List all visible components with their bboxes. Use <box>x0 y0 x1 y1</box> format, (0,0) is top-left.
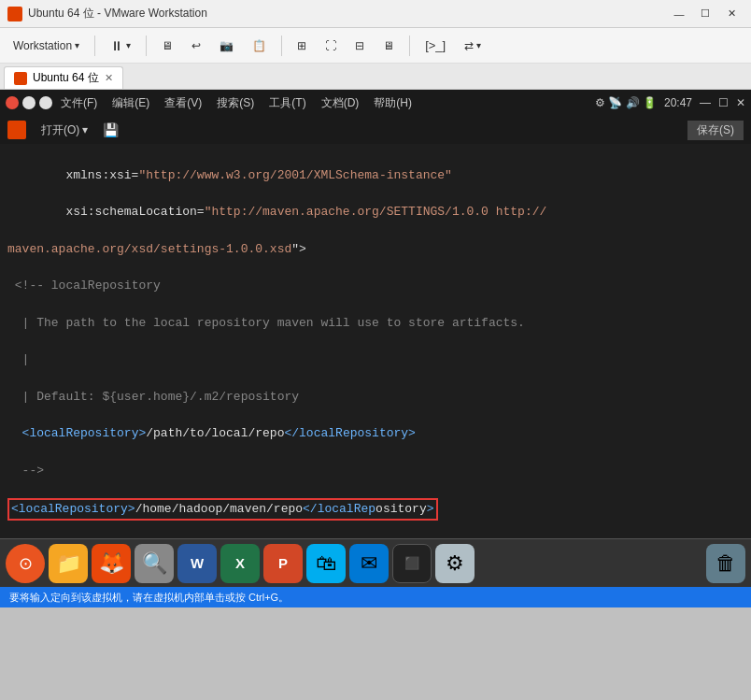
tab-close-button[interactable]: ✕ <box>105 72 113 84</box>
unity-button[interactable]: ⊟ <box>347 33 372 59</box>
remote-dropdown: ▾ <box>476 40 481 50</box>
guest-menu-help[interactable]: 帮助(H) <box>367 93 418 113</box>
console-button[interactable]: [>_] <box>418 33 453 59</box>
close-button[interactable]: ✕ <box>719 5 744 23</box>
editor-line-4: <!-- localRepository <box>7 277 744 295</box>
minimize-button[interactable]: — <box>667 5 691 23</box>
file-bar-icon <box>7 121 26 139</box>
editor-line-11: <!-- interactiveMode <box>7 536 744 539</box>
editor-line-5: | The path to the local repository maven… <box>7 314 744 333</box>
guest-area: 文件(F) 编辑(E) 查看(V) 搜索(S) 工具(T) 文档(D) 帮助(H… <box>0 90 751 538</box>
firefox-icon: 🦊 <box>99 551 124 576</box>
code-editor[interactable]: xmlns:xsi="http://www.w3.org/2001/XMLSch… <box>0 144 751 538</box>
tab-label: Ubuntu 64 位 <box>33 70 99 86</box>
save-label: 保存(S) <box>697 123 734 136</box>
window-title: Ubuntu 64 位 - VMware Workstation <box>28 6 667 21</box>
keyboard-icon: 🖥 <box>162 39 173 52</box>
snapshot-button[interactable]: 📷 <box>212 33 241 59</box>
word-icon: W <box>191 555 204 571</box>
editor-line-3: maven.apache.org/xsd/settings-1.0.0.xsd"… <box>7 240 744 259</box>
send-ctrl-alt-del-button[interactable]: 🖥 <box>154 33 180 59</box>
open-button[interactable]: 打开(O) ▾ <box>35 121 93 140</box>
remote-button[interactable]: ⇄ ▾ <box>457 33 489 59</box>
tab-vm-icon <box>14 72 27 85</box>
unity-icon: ⊟ <box>355 39 364 52</box>
tab-bar: Ubuntu 64 位 ✕ <box>0 64 751 90</box>
multimon-button[interactable]: 🖥 <box>376 33 402 59</box>
revert-button[interactable]: ↩ <box>184 33 208 59</box>
bottom-bar-text: 要将输入定向到该虚拟机，请在虚拟机内部单击或按 Ctrl+G。 <box>9 591 289 605</box>
workstation-menu[interactable]: Workstation ▾ <box>6 33 87 59</box>
vmware-icon <box>7 7 22 21</box>
taskbar-excel[interactable]: X <box>220 544 260 583</box>
pause-dropdown: ▾ <box>126 40 131 50</box>
guest-win-min[interactable]: — <box>700 96 711 109</box>
vm-tab[interactable]: Ubuntu 64 位 ✕ <box>4 66 123 89</box>
files-icon: 📁 <box>56 551 81 576</box>
guest-menu-view[interactable]: 查看(V) <box>158 93 208 113</box>
guest-menu-edit[interactable]: 编辑(E) <box>106 93 156 113</box>
editor-line-2: xsi:schemaLocation="http://maven.apache.… <box>7 203 744 221</box>
fullscreen-button[interactable]: ⛶ <box>318 33 344 59</box>
snapshot-list-icon: 📋 <box>252 39 266 52</box>
taskbar-search[interactable]: 🔍 <box>135 544 174 583</box>
guest-minimize-button[interactable] <box>22 96 35 109</box>
taskbar-store[interactable]: 🛍 <box>306 544 346 583</box>
fullscreen-icon: ⛶ <box>325 39 336 52</box>
maximize-button[interactable]: ☐ <box>693 5 717 23</box>
ubuntu-icon: ⊙ <box>19 553 33 574</box>
pause-button[interactable]: ⏸ ▾ <box>103 33 138 59</box>
trash-icon: 🗑 <box>716 551 736 576</box>
save-button[interactable]: 保存(S) <box>687 121 744 140</box>
guest-menu-docs[interactable]: 文档(D) <box>315 93 366 113</box>
highlighted-localrepository: <localRepository>/home/hadoop/maven/repo… <box>7 498 438 521</box>
title-bar: Ubuntu 64 位 - VMware Workstation — ☐ ✕ <box>0 0 751 28</box>
guest-close-button[interactable] <box>6 96 19 109</box>
editor-line-7: | Default: ${user.home}/.m2/repository <box>7 388 744 407</box>
snapshot-icon: 📷 <box>220 39 234 52</box>
editor-wrapper[interactable]: xmlns:xsi="http://www.w3.org/2001/XMLSch… <box>0 144 751 538</box>
console-icon: [>_] <box>425 38 446 52</box>
editor-line-1: xmlns:xsi="http://www.w3.org/2001/XMLSch… <box>7 166 744 185</box>
taskbar-word[interactable]: W <box>177 544 217 583</box>
revert-icon: ↩ <box>191 39 201 52</box>
guest-menu-file[interactable]: 文件(F) <box>54 93 104 113</box>
powerpoint-icon: P <box>278 555 288 571</box>
view-button[interactable]: ⊞ <box>290 33 314 59</box>
taskbar-ppt[interactable]: P <box>263 544 303 583</box>
toolbar-sep-4 <box>409 36 410 56</box>
guest-menu-search[interactable]: 搜索(S) <box>210 93 261 113</box>
taskbar-mail[interactable]: ✉ <box>349 544 389 583</box>
guest-win-close[interactable]: ✕ <box>736 96 745 109</box>
editor-line-8: <localRepository>/path/to/local/repo</lo… <box>7 424 744 443</box>
terminal-icon: ⬛ <box>404 556 419 570</box>
taskbar-firefox[interactable]: 🦊 <box>92 544 131 583</box>
store-icon: 🛍 <box>316 551 336 576</box>
taskbar-trash[interactable]: 🗑 <box>706 544 745 583</box>
settings-icon: ⚙ <box>446 551 464 576</box>
guest-win-max[interactable]: ☐ <box>718 96 729 109</box>
guest-menu-tools[interactable]: 工具(T) <box>262 93 312 113</box>
mail-icon: ✉ <box>361 551 377 576</box>
toolbar: Workstation ▾ ⏸ ▾ 🖥 ↩ 📷 📋 ⊞ ⛶ ⊟ 🖥 [>_] ⇄… <box>0 28 751 64</box>
toolbar-sep-2 <box>146 36 147 56</box>
multimon-icon: 🖥 <box>383 39 394 52</box>
guest-time: 20:47 <box>664 96 692 109</box>
file-bar: 打开(O) ▾ 💾 保存(S) <box>0 116 751 144</box>
pause-icon: ⏸ <box>110 38 123 53</box>
editor-line-6: | <box>7 350 744 369</box>
taskbar-files[interactable]: 📁 <box>49 544 88 583</box>
window-controls: — ☐ ✕ <box>667 5 744 23</box>
taskbar-terminal[interactable]: ⬛ <box>392 544 432 583</box>
search-icon: 🔍 <box>142 551 167 576</box>
remote-icon: ⇄ <box>464 39 474 52</box>
snapshot-manager-button[interactable]: 📋 <box>245 33 274 59</box>
taskbar: ⊙ 📁 🦊 🔍 W X P 🛍 ✉ ⬛ ⚙ 🗑 <box>0 538 751 587</box>
guest-status-icons: ⚙ 📡 🔊 🔋 <box>595 96 657 109</box>
guest-maximize-button[interactable] <box>39 96 52 109</box>
taskbar-settings[interactable]: ⚙ <box>435 544 475 583</box>
workstation-dropdown-arrow: ▾ <box>75 40 79 50</box>
taskbar-ubuntu[interactable]: ⊙ <box>6 544 45 583</box>
excel-icon: X <box>235 555 245 571</box>
bottom-bar: 要将输入定向到该虚拟机，请在虚拟机内部单击或按 Ctrl+G。 <box>0 587 751 607</box>
